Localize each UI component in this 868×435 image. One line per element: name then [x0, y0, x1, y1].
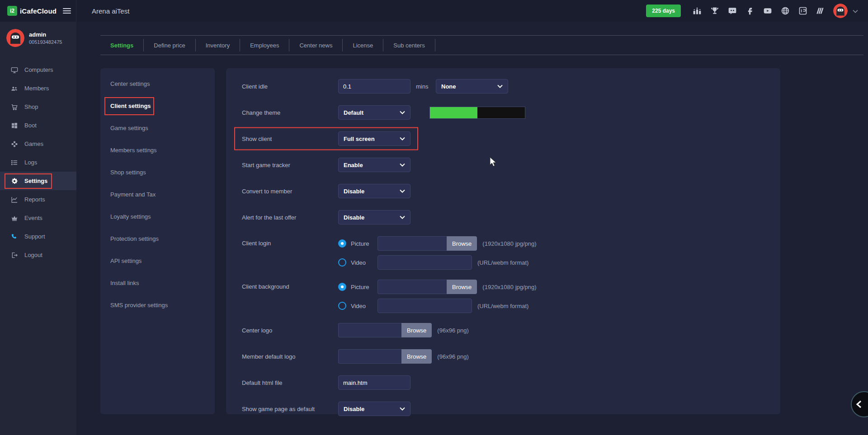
- settings-nav-members-settings[interactable]: Members settings: [100, 139, 215, 161]
- convert-to-member-select[interactable]: Disable: [338, 184, 410, 198]
- user-avatar[interactable]: [833, 4, 848, 18]
- select-value: None: [441, 83, 456, 90]
- settings-nav-client-settings[interactable]: Client settings: [100, 95, 215, 117]
- globe-icon[interactable]: [780, 6, 790, 16]
- hamburger-menu-icon[interactable]: [63, 8, 71, 14]
- radio-label: Video: [351, 259, 377, 266]
- settings-nav-center-settings[interactable]: Center settings: [100, 73, 215, 95]
- left-sidebar: admin 005193482475 Computers Members Sho…: [0, 22, 76, 435]
- select-value: Disable: [344, 406, 364, 412]
- member-default-logo-file-input[interactable]: [338, 349, 401, 364]
- client-login-video-radio[interactable]: [338, 258, 346, 267]
- sidebar-item-settings[interactable]: Settings: [0, 172, 76, 190]
- row-start-game-tracker: Start game tracker Enable: [242, 158, 780, 172]
- sidebar-item-label: Boot: [24, 122, 37, 129]
- client-login-picture-file-input[interactable]: [377, 236, 447, 251]
- profile-name: admin: [29, 31, 62, 38]
- license-days-badge[interactable]: 225 days: [646, 5, 681, 17]
- client-background-picture-browse-button[interactable]: Browse: [447, 280, 477, 294]
- settings-nav-protection-settings[interactable]: Protection settings: [100, 228, 215, 250]
- facebook-icon[interactable]: [745, 6, 755, 16]
- client-login-picture-row: Picture Browse (1920x1080 jpg/png): [338, 236, 537, 251]
- client-background-picture-row: Picture Browse (1920x1080 jpg/png): [338, 280, 537, 294]
- cascade-icon[interactable]: [816, 6, 826, 16]
- sidebar-item-reports[interactable]: Reports: [0, 190, 76, 209]
- client-idle-input[interactable]: [338, 79, 410, 94]
- settings-nav-api-settings[interactable]: API settings: [100, 250, 215, 272]
- sidebar-item-label: Settings: [24, 178, 47, 184]
- show-client-select[interactable]: Full screen: [338, 131, 410, 146]
- profile-block[interactable]: admin 005193482475: [0, 22, 76, 47]
- center-logo-file-input[interactable]: [338, 323, 401, 337]
- sidebar-item-label: Games: [24, 140, 43, 147]
- crown-icon: [11, 215, 18, 222]
- discord-icon[interactable]: [727, 6, 737, 16]
- settings-nav-shop-settings[interactable]: Shop settings: [100, 161, 215, 183]
- ranking-icon[interactable]: [692, 6, 702, 16]
- show-game-page-select[interactable]: Disable: [338, 402, 410, 416]
- sidebar-item-games[interactable]: Games: [0, 135, 76, 153]
- default-html-file-input[interactable]: [338, 375, 410, 390]
- tab-inventory[interactable]: Inventory: [196, 39, 240, 51]
- field-label: Default html file: [242, 379, 338, 386]
- settings-nav-loyalty-settings[interactable]: Loyalty settings: [100, 206, 215, 228]
- settings-nav-payment-and-tax[interactable]: Payment and Tax: [100, 183, 215, 206]
- settings-nav-sms-provider-settings[interactable]: SMS provider settings: [100, 294, 215, 316]
- client-background-video-radio[interactable]: [338, 302, 346, 310]
- settings-nav-install-links[interactable]: Install links: [100, 272, 215, 294]
- row-client-login: Client login Picture Browse (1920x1080 j…: [242, 236, 780, 270]
- topbar-right: 225 days: [646, 4, 868, 18]
- client-background-picture-file-input[interactable]: [377, 280, 447, 294]
- sidebar-item-support[interactable]: Support: [0, 227, 76, 246]
- tab-define-price[interactable]: Define price: [144, 39, 195, 51]
- icafe-pages-icon[interactable]: [798, 6, 808, 16]
- client-idle-action-select[interactable]: None: [436, 79, 508, 94]
- client-background-video-input[interactable]: [377, 299, 472, 313]
- theme-preview-green: [430, 107, 477, 118]
- select-value: Disable: [344, 188, 364, 195]
- select-value: Enable: [344, 162, 363, 168]
- change-theme-select[interactable]: Default: [338, 105, 410, 120]
- member-default-logo-browse-button[interactable]: Browse: [401, 349, 432, 364]
- sidebar-item-computers[interactable]: Computers: [0, 61, 76, 79]
- tab-center-news[interactable]: Center news: [289, 39, 343, 51]
- users-icon: [11, 85, 18, 92]
- sidebar-item-logout[interactable]: Logout: [0, 246, 76, 264]
- app-logo[interactable]: i2 iCafeCloud: [7, 6, 57, 16]
- app-logo-text: iCafeCloud: [20, 7, 57, 15]
- center-logo-browse-button[interactable]: Browse: [401, 323, 432, 337]
- tab-sub-centers[interactable]: Sub centers: [383, 39, 435, 51]
- tab-employees[interactable]: Employees: [240, 39, 289, 51]
- windows-icon: [11, 122, 18, 129]
- sidebar-item-boot[interactable]: Boot: [0, 116, 76, 135]
- trophy-icon[interactable]: [710, 6, 720, 16]
- center-title: Arena aiTest: [92, 7, 129, 15]
- field-hint: (96x96 png): [437, 327, 468, 334]
- chevron-down-icon: [400, 215, 405, 219]
- client-background-picture-radio[interactable]: [338, 283, 346, 291]
- client-login-picture-browse-button[interactable]: Browse: [447, 236, 477, 251]
- sidebar-item-events[interactable]: Events: [0, 209, 76, 227]
- alert-last-offer-select[interactable]: Disable: [338, 210, 410, 225]
- sidebar-item-logs[interactable]: Logs: [0, 153, 76, 172]
- tab-license[interactable]: License: [343, 39, 383, 51]
- row-alert-last-offer: Alert for the last offer Disable: [242, 210, 780, 225]
- client-login-video-input[interactable]: [377, 255, 472, 270]
- monitor-icon: [11, 66, 18, 74]
- theme-color-preview: [429, 107, 525, 119]
- settings-nav-label: Client settings: [110, 103, 151, 109]
- client-login-picture-radio[interactable]: [338, 239, 346, 248]
- sidebar-item-shop[interactable]: Shop: [0, 98, 76, 116]
- start-game-tracker-select[interactable]: Enable: [338, 158, 410, 172]
- select-value: Disable: [344, 214, 364, 221]
- settings-nav-game-settings[interactable]: Game settings: [100, 117, 215, 139]
- phone-icon: [11, 233, 18, 240]
- youtube-icon[interactable]: [763, 6, 773, 16]
- dpad-icon: [11, 140, 18, 148]
- profile-chevron-icon[interactable]: [853, 7, 858, 15]
- list-icon: [11, 159, 18, 166]
- client-settings-form: Client idle mins None Change theme Defau…: [226, 68, 780, 414]
- tab-settings[interactable]: Settings: [100, 39, 144, 51]
- sidebar-item-label: Support: [24, 233, 45, 240]
- sidebar-item-members[interactable]: Members: [0, 79, 76, 98]
